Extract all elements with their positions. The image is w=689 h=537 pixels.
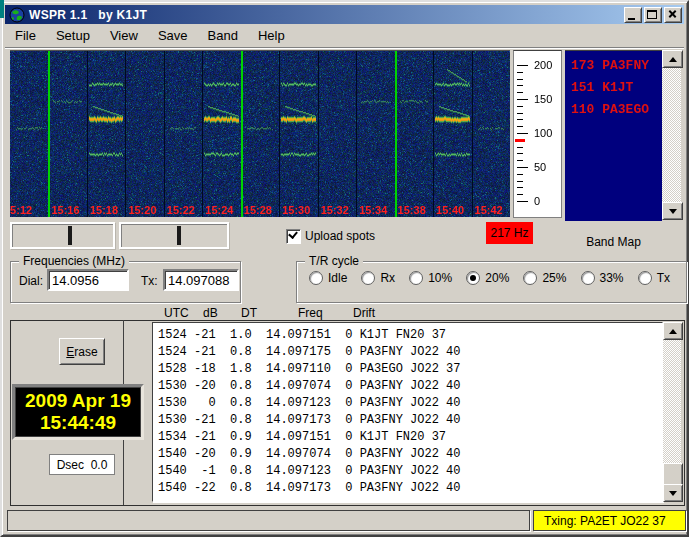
band-map-entry: 151 K1JT [565, 77, 662, 99]
band-map-scrollbar[interactable] [662, 50, 681, 220]
scale-tick [517, 181, 523, 182]
menu-item-band[interactable]: Band [198, 25, 248, 47]
desktop-background [0, 0, 4, 18]
menu-bar: FileSetupViewSaveBandHelp [5, 24, 684, 48]
radio-33pct[interactable]: 33% [581, 271, 624, 285]
radio-20pct[interactable]: 20% [466, 271, 509, 285]
band-map-entry: 173 PA3FNY [565, 55, 662, 77]
header-dt: DT [241, 306, 257, 320]
tr-cycle-options: IdleRx10%20%25%33%Tx [309, 271, 670, 285]
scale-tick [517, 106, 523, 107]
erase-button[interactable]: Erase [59, 338, 105, 365]
gain-slider-1[interactable] [10, 222, 115, 249]
radio-label: 25% [542, 271, 566, 285]
band-map-entry: 110 PA3EGO [565, 99, 662, 121]
decode-row: 1540 -22 0.8 14.097173 0 PA3FNY JO22 40 [158, 480, 662, 497]
menu-item-setup[interactable]: Setup [46, 25, 100, 47]
menu-item-help[interactable]: Help [248, 25, 295, 47]
decode-row: 1534 -21 0.9 14.097151 0 K1JT FN20 37 [158, 429, 662, 446]
scroll-down-button[interactable] [663, 484, 683, 502]
scale-tick [517, 85, 523, 86]
radio-label: Idle [328, 271, 347, 285]
tr-cycle-legend: T/R cycle [305, 254, 363, 268]
header-utc: UTC [164, 306, 189, 320]
scale-tick [517, 167, 528, 168]
dial-label: Dial: [19, 274, 43, 288]
decode-scrollbar[interactable] [663, 322, 681, 502]
scale-tick [517, 187, 523, 188]
status-bar [7, 510, 530, 531]
scale-label: 50 [534, 161, 546, 173]
window-title: WSPR 1.1 by K1JT [29, 8, 147, 22]
radio-25pct[interactable]: 25% [523, 271, 566, 285]
decode-row: 1524 -21 0.8 14.097175 0 PA3FNY JO22 40 [158, 344, 662, 361]
scale-tick [517, 153, 523, 154]
minimize-icon [628, 18, 635, 20]
dsec-display: Dsec 0.0 [49, 454, 115, 475]
scale-tick [517, 99, 528, 100]
spectrogram-time-label: 15:38 [398, 204, 426, 216]
app-window: WSPR 1.1 by K1JT FileSetupViewSaveBandHe… [0, 0, 689, 537]
scale-tick [517, 201, 528, 202]
slider-thumb[interactable] [68, 226, 72, 245]
decode-row: 1530 -20 0.8 14.097074 0 PA3FNY JO22 40 [158, 378, 662, 395]
spectrogram-time-label: 15:24 [205, 204, 233, 216]
spectrogram-time-label: 15:20 [128, 204, 156, 216]
decode-row: 1524 -21 1.0 14.097151 0 K1JT FN20 37 [158, 327, 662, 344]
arrow-down-icon [669, 209, 677, 214]
menu-item-save[interactable]: Save [148, 25, 198, 47]
gain-slider-2[interactable] [119, 222, 229, 249]
radio-tx[interactable]: Tx [638, 271, 670, 285]
utc-clock: 2009 Apr 19 15:44:49 [12, 384, 144, 440]
menu-item-file[interactable]: File [5, 25, 46, 47]
arrow-up-icon [669, 329, 677, 334]
radio-label: Tx [657, 271, 670, 285]
header-freq: Freq [298, 306, 323, 320]
decode-row: 1530 -21 0.8 14.097173 0 PA3FNY JO22 40 [158, 412, 662, 429]
spectrogram-time-label: 15:12 [10, 204, 32, 216]
scale-tick [517, 72, 523, 73]
header-drift: Drift [353, 306, 375, 320]
spectrogram-time-labels: 15:1215:1615:1815:2015:2215:2415:2815:30… [10, 51, 510, 217]
title-bar[interactable]: WSPR 1.1 by K1JT [5, 5, 684, 24]
radio-circle-icon [309, 271, 323, 285]
menu-item-view[interactable]: View [100, 25, 148, 47]
radio-label: 20% [485, 271, 509, 285]
decode-row: 1528 -18 1.8 14.097110 0 PA3EGO JO22 37 [158, 361, 662, 378]
scroll-up-button[interactable] [663, 322, 683, 340]
scroll-down-button[interactable] [662, 202, 683, 220]
decode-list: 1524 -21 1.0 14.097151 0 K1JT FN20 37152… [152, 322, 663, 502]
scale-tick [517, 160, 523, 161]
upload-spots-checkbox[interactable] [286, 229, 301, 244]
arrow-down-icon [669, 491, 677, 496]
clock-time: 15:44:49 [40, 412, 116, 434]
radio-circle-icon [581, 271, 595, 285]
maximize-button[interactable] [644, 7, 662, 23]
decode-row: 1540 -1 0.8 14.097123 0 PA3FNY JO22 40 [158, 463, 662, 480]
dial-frequency-input[interactable] [47, 269, 129, 291]
spectrogram-time-label: 15:28 [244, 204, 272, 216]
scale-tick [517, 147, 523, 148]
rx-freq-marker [515, 139, 525, 142]
close-button[interactable] [664, 7, 682, 23]
radio-rx[interactable]: Rx [361, 271, 395, 285]
scale-label: 150 [534, 93, 552, 105]
radio-circle-icon [638, 271, 652, 285]
freq-offset-badge: 217 Hz [486, 222, 533, 244]
radio-idle[interactable]: Idle [309, 271, 347, 285]
tr-cycle-group: T/R cycle IdleRx10%20%25%33%Tx [296, 261, 687, 303]
scrollbar-thumb[interactable] [663, 463, 683, 486]
tx-frequency-input[interactable] [163, 269, 239, 291]
minimize-button[interactable] [624, 7, 642, 23]
spectrogram-time-label: 15:34 [359, 204, 387, 216]
maximize-icon [647, 10, 657, 19]
band-map-caption: Band Map [565, 235, 662, 249]
clock-date: 2009 Apr 19 [25, 390, 131, 412]
radio-10pct[interactable]: 10% [409, 271, 452, 285]
scale-tick [517, 65, 528, 66]
scroll-up-button[interactable] [662, 50, 683, 68]
slider-thumb[interactable] [177, 226, 181, 245]
spectrogram-time-label: 15:30 [282, 204, 310, 216]
spectrogram-time-label: 15:18 [90, 204, 118, 216]
frequencies-legend: Frequencies (MHz) [19, 254, 129, 268]
